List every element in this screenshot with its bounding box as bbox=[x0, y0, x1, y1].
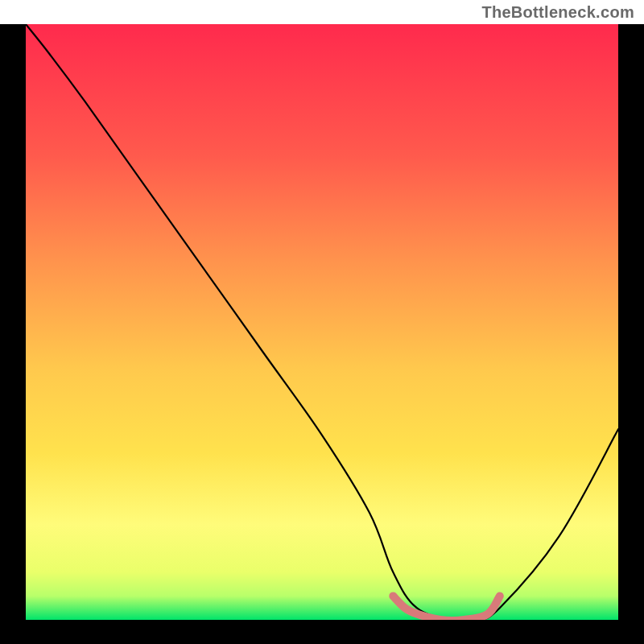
chart-frame bbox=[0, 24, 644, 644]
attribution-label: TheBottleneck.com bbox=[481, 3, 634, 22]
chart-svg bbox=[26, 24, 618, 620]
gradient-bg bbox=[26, 24, 618, 620]
chart-plot bbox=[26, 24, 618, 620]
chart-container: TheBottleneck.com bbox=[0, 0, 644, 644]
